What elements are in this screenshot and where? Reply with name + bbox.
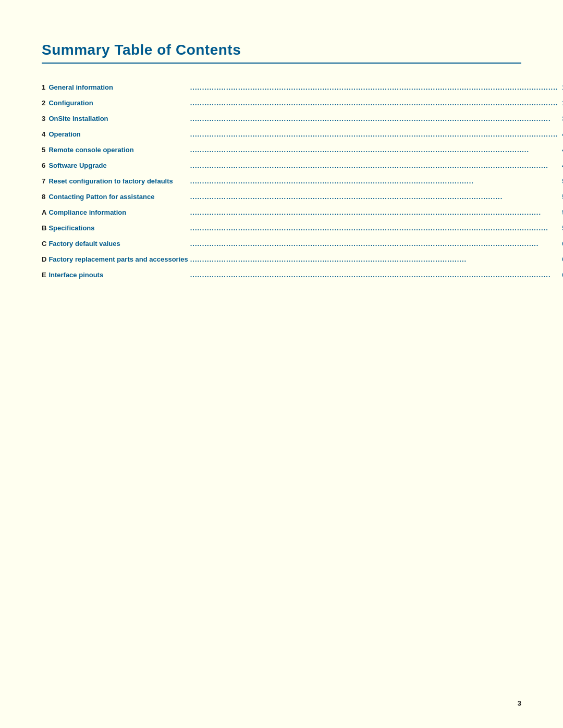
toc-page-number: 51 [560, 173, 563, 189]
toc-number: 2 [42, 95, 48, 110]
toc-number: 3 [42, 110, 48, 126]
toc-dots: ........................................… [188, 95, 560, 110]
toc-link[interactable]: Compliance information [48, 208, 126, 216]
toc-dots-text: ........................................… [190, 177, 558, 185]
toc-label-cell: Interface pinouts [48, 267, 188, 282]
toc-page-number: 66 [560, 251, 563, 267]
toc-dots-text: ........................................… [190, 162, 558, 169]
toc-row: 1General information....................… [42, 79, 563, 95]
toc-page-number: 34 [560, 110, 563, 126]
toc-link[interactable]: Operation [48, 130, 80, 138]
toc-label-cell: Specifications [48, 220, 188, 236]
toc-page-number: 49 [560, 157, 563, 173]
toc-link[interactable]: Software Upgrade [48, 162, 106, 169]
toc-link[interactable]: Remote console operation [48, 146, 133, 154]
toc-dots-text: ........................................… [190, 240, 558, 248]
toc-table: 1General information....................… [42, 79, 563, 282]
toc-row: 5Remote console operation...............… [42, 142, 563, 157]
page-number: 3 [518, 699, 521, 707]
toc-dots: ........................................… [188, 251, 560, 267]
toc-dots-text: ........................................… [190, 224, 558, 232]
toc-dots-text: ........................................… [190, 115, 558, 122]
title-divider [42, 63, 521, 64]
toc-label-cell: Compliance information [48, 204, 188, 220]
toc-dots: ........................................… [188, 220, 560, 236]
toc-row: BSpecifications.........................… [42, 220, 563, 236]
page-title: Summary Table of Contents [42, 42, 521, 58]
toc-link[interactable]: OnSite installation [48, 115, 108, 122]
toc-dots: ........................................… [188, 236, 560, 251]
toc-link[interactable]: Contacting Patton for assistance [48, 193, 154, 201]
toc-label-cell: OnSite installation [48, 110, 188, 126]
toc-number: C [42, 236, 48, 251]
toc-row: ACompliance information.................… [42, 204, 563, 220]
toc-link[interactable]: Factory default values [48, 240, 120, 248]
toc-label-cell: Operation [48, 126, 188, 142]
toc-label-cell: Factory default values [48, 236, 188, 251]
toc-link[interactable]: Interface pinouts [48, 271, 103, 279]
toc-dots-text: ........................................… [190, 208, 558, 216]
toc-dots: ........................................… [188, 267, 560, 282]
toc-link[interactable]: Factory replacement parts and accessorie… [48, 255, 188, 263]
toc-number: D [42, 251, 48, 267]
toc-number: 7 [42, 173, 48, 189]
toc-dots-text: ........................................… [190, 255, 558, 263]
toc-dots-text: ........................................… [190, 83, 558, 91]
toc-row: 6Software Upgrade.......................… [42, 157, 563, 173]
toc-number: 1 [42, 79, 48, 95]
toc-dots: ........................................… [188, 142, 560, 157]
toc-number: 4 [42, 126, 48, 142]
toc-page-number: 58 [560, 220, 563, 236]
toc-link[interactable]: Specifications [48, 224, 94, 232]
toc-number: 5 [42, 142, 48, 157]
toc-label-cell: Reset configuration to factory defaults [48, 173, 188, 189]
toc-dots: ........................................… [188, 79, 560, 95]
toc-page-number: 14 [560, 79, 563, 95]
toc-label-cell: Configuration [48, 95, 188, 110]
toc-page-number: 63 [560, 236, 563, 251]
toc-dots: ........................................… [188, 189, 560, 204]
toc-link[interactable]: General information [48, 83, 113, 91]
toc-page-number: 45 [560, 142, 563, 157]
toc-row: DFactory replacement parts and accessori… [42, 251, 563, 267]
toc-row: 4Operation..............................… [42, 126, 563, 142]
toc-label-cell: Contacting Patton for assistance [48, 189, 188, 204]
toc-number: B [42, 220, 48, 236]
toc-row: 7Reset configuration to factory defaults… [42, 173, 563, 189]
toc-page-number: 41 [560, 126, 563, 142]
toc-page-number: 68 [560, 267, 563, 282]
toc-label-cell: Remote console operation [48, 142, 188, 157]
toc-dots-text: ........................................… [190, 193, 558, 201]
toc-number: A [42, 204, 48, 220]
toc-dots: ........................................… [188, 157, 560, 173]
toc-row: 3OnSite installation....................… [42, 110, 563, 126]
toc-label-cell: Factory replacement parts and accessorie… [48, 251, 188, 267]
toc-dots: ........................................… [188, 173, 560, 189]
toc-label-cell: Software Upgrade [48, 157, 188, 173]
toc-dots-text: ........................................… [190, 130, 558, 138]
toc-page-number: 53 [560, 189, 563, 204]
toc-dots: ........................................… [188, 110, 560, 126]
page-container: Summary Table of Contents 1General infor… [0, 0, 563, 314]
toc-row: EInterface pinouts......................… [42, 267, 563, 282]
toc-dots-text: ........................................… [190, 146, 558, 154]
toc-label-cell: General information [48, 79, 188, 95]
toc-row: 8Contacting Patton for assistance.......… [42, 189, 563, 204]
toc-dots: ........................................… [188, 126, 560, 142]
toc-dots: ........................................… [188, 204, 560, 220]
toc-row: CFactory default values.................… [42, 236, 563, 251]
toc-page-number: 18 [560, 95, 563, 110]
toc-number: 6 [42, 157, 48, 173]
toc-page-number: 56 [560, 204, 563, 220]
toc-number: E [42, 267, 48, 282]
toc-link[interactable]: Configuration [48, 99, 93, 107]
toc-number: 8 [42, 189, 48, 204]
toc-dots-text: ........................................… [190, 99, 558, 107]
toc-row: 2Configuration..........................… [42, 95, 563, 110]
toc-link[interactable]: Reset configuration to factory defaults [48, 177, 173, 185]
toc-dots-text: ........................................… [190, 271, 558, 279]
